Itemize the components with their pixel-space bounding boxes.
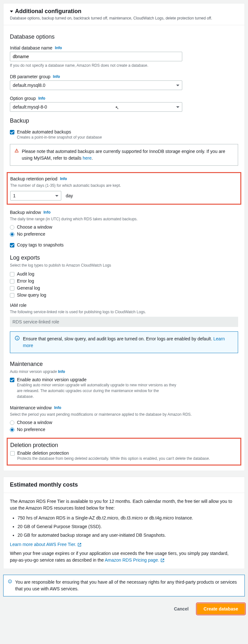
maintenance-title: Maintenance [10, 361, 238, 367]
maint-window-label: Maintenance window [10, 405, 52, 410]
backup-window-choose-radio[interactable] [10, 225, 14, 230]
deletion-label: Enable deletion protection [17, 451, 238, 456]
info-link[interactable]: Info [43, 210, 50, 215]
panel-subtitle: Database options, backup turned on, back… [10, 16, 238, 20]
cost-bullet: 20 GB of General Purpose Storage (SSD). [18, 523, 238, 530]
info-link[interactable]: Info [54, 405, 61, 410]
info-link[interactable]: Info [38, 96, 45, 101]
initial-db-hint: If you do not specify a database name, A… [10, 63, 238, 68]
audit-log-checkbox[interactable] [10, 272, 14, 277]
chevron-down-icon [55, 195, 58, 197]
slow-log-checkbox[interactable] [10, 293, 14, 298]
info-icon [8, 579, 12, 584]
enable-backups-hint: Creates a point-in-time snapshot of your… [17, 134, 238, 140]
costs-intro: The Amazon RDS Free Tier is available to… [10, 498, 238, 511]
costs-title: Estimated monthly costs [10, 481, 238, 488]
maintenance-sub: Auto minor version upgrade [10, 369, 57, 374]
retention-label: Backup retention period [10, 176, 57, 181]
initial-db-label: Initial database name [10, 45, 52, 50]
option-group-select[interactable]: default:mysql-8-0 [10, 102, 182, 112]
external-link-icon [161, 558, 164, 562]
deletion-protection-checkbox[interactable] [10, 451, 15, 456]
info-link[interactable]: Info [55, 46, 62, 50]
free-tier-link[interactable]: Learn more about AWS Free Tier. [10, 542, 81, 547]
info-link[interactable]: Info [58, 369, 65, 374]
pricing-link[interactable]: Amazon RDS Pricing page. [105, 557, 164, 563]
chevron-down-icon [176, 106, 179, 108]
backup-window-nopref-radio[interactable] [10, 232, 14, 237]
warning-icon [15, 148, 19, 153]
create-database-button[interactable]: Create database [197, 603, 245, 614]
error-log-checkbox[interactable] [10, 279, 14, 284]
backup-title: Backup [10, 117, 238, 124]
deletion-highlight: Deletion protection Enable deletion prot… [7, 438, 241, 466]
additional-config-header[interactable]: Additional configuration Database option… [4, 4, 244, 25]
backup-window-label: Backup window [10, 210, 41, 215]
maint-window-nopref-radio[interactable] [10, 428, 14, 432]
retention-highlight: Backup retention periodInfo The number o… [7, 172, 241, 205]
info-link[interactable]: Info [60, 177, 67, 181]
chevron-down-icon [176, 85, 179, 86]
db-options-title: Database options [10, 34, 238, 40]
cost-bullet: 20 GB for automated backup storage and a… [18, 532, 238, 539]
retention-hint: The number of days (1-35) for which auto… [10, 183, 238, 188]
iam-role-label: IAM role [10, 303, 26, 308]
option-group-label: Option group [10, 96, 36, 101]
cancel-button[interactable]: Cancel [169, 604, 193, 614]
iam-role-value: RDS service-linked role [10, 317, 238, 327]
initial-db-input[interactable] [10, 52, 182, 61]
retention-unit: day [66, 193, 73, 198]
panel-title: Additional configuration [15, 8, 81, 15]
backup-window-hint: The daily time range (in UTC) during whi… [10, 216, 238, 222]
auto-upgrade-hint: Enabling auto minor version upgrade will… [17, 382, 177, 399]
maint-window-hint: Select the period you want pending modif… [10, 412, 238, 417]
enable-backups-checkbox[interactable] [10, 130, 14, 134]
auto-upgrade-label: Enable auto minor version upgrade [17, 377, 238, 382]
param-group-select[interactable]: default.mysql8.0 [10, 80, 182, 90]
caret-down-icon [10, 11, 13, 12]
deletion-title: Deletion protection [10, 442, 238, 449]
info-icon [15, 336, 20, 341]
log-info-msg: Ensure that general, slow query, and aud… [23, 336, 233, 349]
copy-tags-label: Copy tags to snapshots [17, 242, 238, 247]
log-exports-title: Log exports [10, 254, 238, 261]
costs-outro: When your free usage expires or if your … [10, 550, 238, 564]
general-log-checkbox[interactable] [10, 286, 14, 291]
log-exports-hint: Select the log types to publish to Amazo… [10, 262, 238, 268]
backup-warning: Please note that automated backups are c… [22, 148, 233, 162]
param-group-label: DB parameter group [10, 74, 50, 79]
warn-here-link[interactable]: here [83, 155, 92, 161]
cursor-icon: ↖ [115, 105, 119, 110]
maint-window-choose-radio[interactable] [10, 420, 14, 425]
auto-upgrade-checkbox[interactable] [10, 378, 14, 382]
deletion-hint: Protects the database from being deleted… [17, 456, 238, 461]
copy-tags-checkbox[interactable] [10, 243, 14, 247]
responsibility-msg: You are responsible for ensuring that yo… [15, 579, 240, 592]
external-link-icon [78, 543, 81, 547]
enable-backups-label: Enable automated backups [17, 129, 238, 134]
iam-role-hint: The following service-linked role is use… [10, 309, 238, 315]
info-link[interactable]: Info [53, 74, 60, 79]
cost-bullet: 750 hrs of Amazon RDS in a Single-AZ db.… [18, 515, 238, 521]
retention-select[interactable]: 1 [10, 191, 61, 201]
